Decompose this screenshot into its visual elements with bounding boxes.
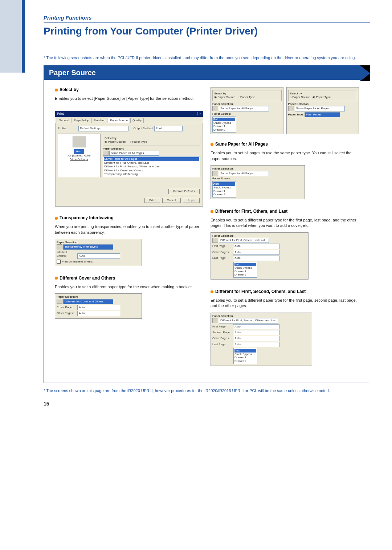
radio-paper-type[interactable]: Paper Type — [240, 95, 255, 99]
radio-paper-source[interactable]: Paper Source — [293, 95, 310, 99]
list-item[interactable]: Drawer 1 — [213, 190, 235, 193]
print-button[interactable]: Print — [144, 198, 160, 203]
list-item[interactable]: Drawer 2 — [234, 359, 256, 363]
main-print-dialog: Print ? × GeneralPage SetupFinishingPape… — [55, 111, 203, 207]
page-size-label: A4 [Scaling: Auto] — [68, 154, 90, 157]
different-fsol-title: Different for First, Second, Others, and… — [215, 289, 306, 294]
group-label: Select by — [214, 92, 226, 95]
same-paper-title: Same Paper for All Pages — [215, 142, 268, 147]
radio-paper-type[interactable]: Paper Type — [316, 95, 331, 99]
list-item[interactable]: Stack Bypass — [234, 266, 256, 270]
paper-icon — [212, 171, 218, 176]
ps-dropdown[interactable]: Same Paper for All Pages — [219, 171, 269, 176]
list-item[interactable]: Auto — [234, 349, 256, 353]
source-list[interactable]: Auto Stack Bypass Drawer 1 Drawer 2 — [212, 181, 236, 197]
transparency-block: Transparency Interleaving When you are p… — [55, 215, 203, 266]
profile-select[interactable]: Default Settings — [78, 126, 128, 131]
other-pages-label: Other Pages: — [212, 250, 232, 254]
different-fol-dialog: Paper Selection: Different for First, Ot… — [211, 232, 309, 280]
different-fsol-dialog: Paper Selection: Different for First, Se… — [211, 313, 312, 366]
source-list[interactable]: Auto Stack Bypass Drawer 1 Drawer 2 — [233, 348, 257, 364]
different-cover-block: Different Cover and Others Enables you t… — [55, 276, 203, 319]
footer-note: * The screens shown on this page are fro… — [44, 388, 370, 394]
tab-finishing[interactable]: Finishing — [91, 118, 107, 123]
ps-dropdown[interactable]: Same Paper for All Pages — [219, 106, 269, 111]
paper-source-box: Paper Source Select by Enables you to se… — [44, 65, 370, 383]
select-by-desc: Enables you to select [Paper Source] or … — [55, 96, 203, 101]
paper-selection-dropdown[interactable]: Same Paper for All Pages — [109, 151, 159, 156]
pt-label: Paper Type: — [288, 113, 304, 116]
first-page-select[interactable]: Auto — [233, 244, 279, 249]
ps-label: Paper Selection: — [288, 102, 358, 106]
list-item[interactable]: Stack Bypass — [213, 186, 235, 190]
ps-option[interactable]: Different for First, Second, Others, and… — [104, 165, 199, 168]
source-list[interactable]: Auto Stack Bypass Drawer 1 Drawer 2 — [212, 117, 236, 133]
list-item[interactable]: Drawer 2 — [234, 273, 256, 277]
other-pages-select[interactable]: Auto — [77, 311, 120, 316]
last-page-label: Last Page: — [212, 343, 232, 346]
list-item[interactable]: Drawer 2 — [213, 193, 235, 196]
ps-dropdown[interactable]: Same Paper for All Pages — [295, 106, 345, 111]
paper-icon — [212, 106, 218, 111]
transparency-desc: When you are printing transparencies, en… — [55, 224, 203, 235]
other-pages-select[interactable]: Auto — [233, 336, 279, 341]
top-note: * The following screenshots are when the… — [44, 55, 370, 61]
ps-label: Paper Selection: — [212, 314, 310, 318]
cancel-button[interactable]: Cancel — [162, 198, 181, 203]
list-item[interactable]: Auto — [234, 263, 256, 266]
tab-quality[interactable]: Quality — [130, 118, 144, 123]
list-item[interactable]: Drawer 1 — [234, 270, 256, 273]
view-settings-link[interactable]: View Settings — [70, 158, 88, 161]
same-paper-block: Same Paper for All Pages Enables you to … — [211, 142, 359, 199]
ps-dropdown[interactable]: Different for Cover and Others — [63, 299, 113, 304]
tab-general[interactable]: General — [57, 118, 71, 123]
ps-option[interactable]: Different for Cover and Others — [104, 169, 199, 172]
list-item[interactable]: Drawer 1 — [234, 356, 256, 359]
cover-page-select[interactable]: Auto — [77, 305, 120, 310]
radio-paper-source[interactable]: Paper Source — [217, 95, 235, 99]
output-select[interactable]: Print — [154, 126, 183, 131]
first-page-label: First Page: — [212, 244, 232, 248]
select-by-source-dialog: Select by◉ Paper Source ○ Paper Type Pap… — [211, 87, 283, 134]
paper-selection-label: Paper Selection: — [103, 147, 200, 151]
ps-dropdown[interactable]: Different for First, Second, Others, and… — [219, 318, 278, 323]
different-fol-block: Different for First, Others, and Last En… — [211, 209, 359, 280]
list-item[interactable]: Stack Bypass — [234, 353, 256, 356]
ps-dropdown[interactable]: Transparency Interleaving — [63, 244, 113, 249]
print-on-interleaf-checkbox[interactable] — [57, 260, 61, 264]
radio-paper-source[interactable]: Paper Source — [108, 140, 126, 143]
paper-type-dropdown[interactable]: Plain Paper — [305, 112, 340, 117]
other-pages-label: Other Pages: — [57, 311, 77, 315]
second-page-label: Second Page: — [212, 331, 232, 334]
radio-paper-type[interactable]: Paper Type — [132, 140, 147, 143]
restore-defaults-button[interactable]: Restore Defaults — [168, 189, 200, 194]
dialog-title: Print — [57, 112, 64, 116]
list-item[interactable]: Auto — [213, 118, 235, 121]
ps-option[interactable]: Same Paper for All Pages — [104, 157, 199, 161]
list-item[interactable]: Drawer 2 — [213, 128, 235, 132]
paper-icon — [57, 244, 62, 249]
second-page-select[interactable]: Auto — [233, 330, 279, 335]
apply-button[interactable]: Apply — [183, 198, 200, 203]
dialog-titlebar: Print ? × — [55, 111, 203, 117]
ps-option[interactable]: Transparency Interleaving — [104, 172, 199, 176]
ps-option[interactable]: Different for First, Others, and Last — [104, 161, 199, 165]
dialog-window-controls[interactable]: ? × — [196, 112, 201, 116]
ps-dropdown[interactable]: Different for First, Others, and Last — [219, 238, 269, 243]
last-page-select[interactable]: Auto — [233, 256, 279, 261]
ps-label: Paper Selection: — [57, 295, 140, 299]
output-label: Output Method: — [134, 127, 154, 130]
src-label: Paper Source: — [212, 177, 231, 180]
list-item[interactable]: Auto — [213, 182, 235, 186]
tab-paper-source[interactable]: Paper Source — [108, 118, 130, 123]
first-page-select[interactable]: Auto — [233, 324, 279, 329]
other-pages-select[interactable]: Auto — [233, 250, 279, 255]
source-list[interactable]: Auto Stack Bypass Drawer 1 Drawer 2 — [233, 262, 257, 278]
last-page-select[interactable]: Auto — [233, 342, 279, 347]
list-item[interactable]: Stack Bypass — [213, 121, 235, 125]
list-item[interactable]: Drawer 1 — [213, 125, 235, 128]
interleaf-select[interactable]: Auto — [77, 253, 120, 258]
paper-icon — [212, 238, 218, 243]
select-by-block: Select by Enables you to select [Paper S… — [55, 87, 203, 101]
tab-page-setup[interactable]: Page Setup — [72, 118, 91, 123]
